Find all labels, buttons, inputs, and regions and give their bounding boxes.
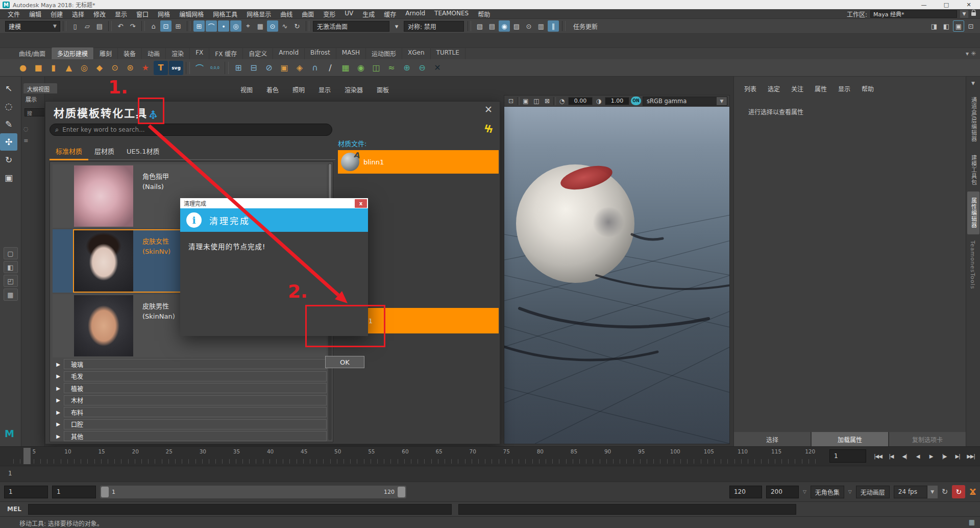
super-shape-icon[interactable]: ★ [138,61,153,75]
menu-item-14[interactable]: UV [340,9,358,19]
redo-icon[interactable]: ↷ [127,20,138,32]
script-editor-icon[interactable]: ▦ [969,518,975,526]
shelf-tab-9[interactable]: Arnold [273,47,305,59]
animation-end-field[interactable]: 200 [766,486,799,498]
menu-item-12[interactable]: 曲面 [297,9,318,19]
menu-item-2[interactable]: 创建 [46,9,67,19]
make-live-icon[interactable]: ▦ [255,20,266,32]
separate-icon[interactable]: ⊟ [247,61,261,75]
workspace-lock-icon[interactable] [971,12,976,16]
viewport-select-icon[interactable]: ⊡ [506,97,516,106]
attr-menu-item-5[interactable]: 帮助 [862,84,874,93]
poly-torus-icon[interactable]: ◎ [77,61,91,75]
soft-modification-icon[interactable]: ∿ [279,20,290,32]
menu-item-1[interactable]: 编辑 [24,9,46,19]
playback-start-field[interactable]: 1 [52,486,96,498]
layout-single-pane[interactable]: ▢ [4,247,18,259]
material-tab-1[interactable]: 层材质 [88,143,120,159]
smooth-mesh-icon[interactable]: ◉ [354,61,368,75]
snap-together-icon[interactable]: ⊙ [267,20,278,32]
sidebar-tab-3[interactable]: TeamonesTools [967,234,978,295]
attr-menu-item-2[interactable]: 关注 [791,84,803,93]
select-tool[interactable]: ↖ [0,80,17,97]
panel-menu-item-4[interactable]: 渲染器 [345,85,363,94]
range-start-handle[interactable] [101,487,109,497]
time-slider[interactable]: 5101520253035404550556065707580859095100… [0,446,980,466]
mirror-geometry-icon[interactable]: ◫ [369,61,383,75]
outliner-filter-icon[interactable]: ◌ [23,126,29,132]
anim-layer-caret-icon[interactable]: ▽ [848,489,852,494]
ipr-render-icon[interactable]: ◉ [499,20,510,32]
search-bar[interactable]: ⌕ [50,124,332,136]
anim-layer-dropdown[interactable]: 无动画层 [856,486,890,498]
type-tool-icon[interactable]: T [154,61,168,75]
gamma-icon[interactable]: ◑ [594,97,603,106]
rotate-tool[interactable]: ↻ [0,151,17,169]
snap-projected-center-icon[interactable]: ◎ [230,20,241,32]
shelf-tab-13[interactable]: XGen [402,47,431,59]
close-button[interactable]: ✕ [958,2,980,8]
current-frame-marker[interactable] [23,448,31,464]
menu-item-17[interactable]: Arnold [401,9,430,19]
category-row-1[interactable]: ▶毛发 [53,371,327,381]
platonic-solid-icon[interactable]: ⊛ [123,61,137,75]
category-row-5[interactable]: ▶口腔 [53,419,327,429]
panel-menu-item-3[interactable]: 显示 [318,85,331,94]
shelf-tab-0[interactable]: 曲线/曲面 [13,47,52,59]
shelf-tab-1[interactable]: 多边形建模 [52,47,94,59]
mode-selector[interactable]: 建模▼ [5,21,60,32]
strip-options-icon[interactable]: ▼ [971,81,975,86]
panel-menu-item-0[interactable]: 视图 [240,85,253,94]
extrude-icon[interactable]: ▣ [277,61,291,75]
character-set-dropdown[interactable]: 无角色集 [811,486,844,498]
save-scene-icon[interactable]: ▤ [94,20,105,32]
category-row-0[interactable]: ▶玻璃 [53,359,327,369]
select-hierarchy-icon[interactable]: ⌂ [148,20,159,32]
shelf-tab-6[interactable]: FX [190,47,209,59]
menu-item-18[interactable]: TEAMONES [430,9,473,19]
attr-button-1[interactable]: 加载属性 [812,432,888,446]
origin-locator-icon[interactable]: 0,0,0 [208,61,222,75]
maximize-button[interactable]: □ [935,2,958,8]
viewport-overlay-icon[interactable]: ◫ [532,97,541,106]
render-sequence-icon[interactable]: ▥ [535,20,547,32]
menu-item-8[interactable]: 编辑网格 [175,9,208,19]
animation-start-field[interactable]: 1 [4,486,48,498]
snap-view-plane-icon[interactable]: ⌖ [242,20,254,32]
modeling-toolkit-toggle[interactable]: ⊡ [965,20,976,32]
colorspace-dropdown[interactable]: sRGB gamma ▼ [643,97,727,106]
knife-tool-icon[interactable]: ✕ [430,61,445,75]
menu-item-9[interactable]: 网格工具 [208,9,242,19]
open-scene-icon[interactable]: ▱ [82,20,93,32]
colorspace-caret-icon[interactable]: ▼ [717,97,727,105]
search-input[interactable] [62,126,327,133]
ok-button[interactable]: OK [325,356,364,368]
panel-menu-item-1[interactable]: 着色 [266,85,279,94]
select-component-icon[interactable]: ⊞ [173,20,184,32]
multi-cut-icon[interactable]: ∕ [323,61,337,75]
render-settings-icon[interactable]: ▨ [511,20,522,32]
poly-cube-icon[interactable]: ■ [31,61,45,75]
svg-tool-icon[interactable]: svg [169,61,183,75]
category-row-6[interactable]: ▶其他 [53,431,327,441]
paint-select-tool[interactable]: ✎ [0,115,17,133]
poly-cylinder-icon[interactable]: ▮ [46,61,61,75]
shelf-tab-10[interactable]: Bifrost [305,47,336,59]
reduce-icon[interactable]: ⊖ [415,61,429,75]
panel-menu-item-5[interactable]: 面板 [377,85,389,94]
refresh-icon[interactable]: ϟϟ [484,123,494,134]
viewport-canvas[interactable] [504,107,729,444]
crease-tool-icon[interactable]: ≈ [384,61,399,75]
mel-label[interactable]: MEL [7,506,21,513]
cleanup-brush-icon[interactable]: ♆ [145,107,161,122]
material-file-item[interactable]: A blinn1 [338,150,499,174]
fps-caret-icon[interactable]: ▼ [927,486,938,498]
perspective-viewport[interactable]: ⊡ ▣ ◫ ⊠ ◔ 0.00 ◑ 1.00 ON sRGB gamma ▼ [504,95,730,444]
shelf-editor-icon[interactable]: ✳ [971,50,976,57]
shelf-tab-2[interactable]: 雕刻 [94,47,118,59]
menu-item-3[interactable]: 选择 [67,9,89,19]
curve-warp-icon[interactable]: ⌒ [192,61,207,75]
sidebar-tab-0[interactable]: 通道盒/层编辑器 [967,91,979,149]
viewport-snapshot-icon[interactable]: ▣ [521,97,530,106]
current-frame-field[interactable]: 1 [829,449,866,463]
